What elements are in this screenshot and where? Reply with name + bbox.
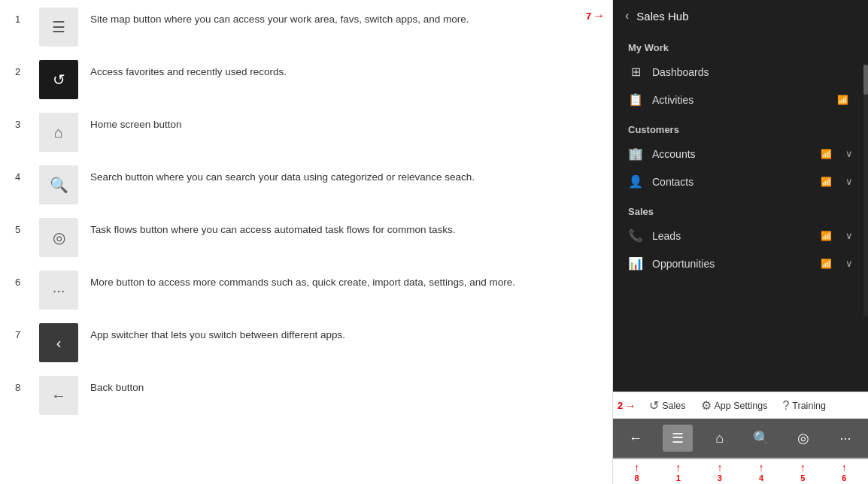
more-icon: ··· xyxy=(840,431,851,446)
tab-label-training: Training xyxy=(792,401,826,411)
nav-label-leads: Leads xyxy=(652,230,812,242)
nav-item-accounts[interactable]: 🏢 Accounts 📶 ∨ xyxy=(613,140,868,168)
toolbar-back-button[interactable]: ← xyxy=(621,425,651,452)
up-arrow-5: ↑ xyxy=(800,461,806,473)
item-icon[interactable]: ← xyxy=(39,376,78,415)
toolbar-more-button[interactable]: ··· xyxy=(830,425,860,452)
list-item: 6···More button to access more commands … xyxy=(15,271,597,310)
item-number: 7 xyxy=(15,329,27,340)
accounts-wifi-icon: 📶 xyxy=(821,149,832,159)
arrow-indicator-6: ↑ 6 xyxy=(829,461,859,482)
toolbar-bar: ← ☰ ⌂ 🔍 ◎ ··· xyxy=(613,419,868,458)
item-icon[interactable]: 🔍 xyxy=(39,165,78,204)
up-arrow-4: ↑ xyxy=(759,461,764,473)
search-icon: 🔍 xyxy=(753,430,769,446)
activities-wifi-icon: 📶 xyxy=(837,95,848,105)
arrow-label-2: 2 xyxy=(618,400,623,411)
arrow-indicator-4: ↑ 4 xyxy=(746,461,776,482)
item-number: 1 xyxy=(15,14,27,25)
dashboards-icon: ⊞ xyxy=(628,65,643,79)
tab-app-settings[interactable]: ⚙ App Settings xyxy=(697,395,772,416)
item-description: Site map button where you can access you… xyxy=(90,8,469,27)
list-item: 8←Back button xyxy=(15,376,597,415)
toolbar-search-button[interactable]: 🔍 xyxy=(746,425,776,452)
opportunities-wifi-icon: 📶 xyxy=(821,259,832,269)
toolbar-home-button[interactable]: ⌂ xyxy=(705,425,735,452)
nav-item-dashboards[interactable]: ⊞ Dashboards xyxy=(613,58,868,86)
section-header-my-work: My Work xyxy=(613,32,868,58)
list-item: 4🔍Search button where you can search you… xyxy=(15,165,597,204)
item-description: Back button xyxy=(90,376,144,395)
toolbar-taskflow-button[interactable]: ◎ xyxy=(788,425,818,452)
activities-icon: 📋 xyxy=(628,92,643,107)
accounts-chevron-icon: ∨ xyxy=(845,148,853,159)
back-chevron-icon[interactable]: ‹ xyxy=(625,9,629,23)
taskflow-icon: ◎ xyxy=(797,430,809,446)
section-header-customers: Customers xyxy=(613,113,868,140)
num-8: 8 xyxy=(635,473,639,482)
up-arrow-3: ↑ xyxy=(717,461,722,473)
leads-icon: 📞 xyxy=(628,228,643,243)
sales-hub-header: 7 → ‹ Sales Hub xyxy=(613,0,868,32)
nav-label-opportunities: Opportunities xyxy=(652,258,812,270)
item-description: Home screen button xyxy=(90,113,182,132)
nav-label-accounts: Accounts xyxy=(652,148,812,160)
sales-tab-icon: ↺ xyxy=(649,398,659,413)
up-arrow-8: ↑ xyxy=(634,461,639,473)
right-panel: 7 → ‹ Sales Hub My Work ⊞ Dashboards 📋 A… xyxy=(612,0,868,484)
section-header-sales: Sales xyxy=(613,195,868,222)
home-icon: ⌂ xyxy=(715,431,724,446)
num-5: 5 xyxy=(800,473,805,482)
nav-label-contacts: Contacts xyxy=(652,176,812,188)
left-panel: 1☰Site map button where you can access y… xyxy=(0,0,612,484)
item-number: 5 xyxy=(15,224,27,235)
red-arrow-2: → xyxy=(624,399,636,412)
item-number: 3 xyxy=(15,119,27,130)
item-description: App switcher that lets you switch betwee… xyxy=(90,323,345,343)
item-icon[interactable]: ⌂ xyxy=(39,113,78,152)
list-item: 7‹App switcher that lets you switch betw… xyxy=(15,323,597,362)
num-1: 1 xyxy=(676,473,681,482)
nav-label-dashboards: Dashboards xyxy=(652,66,853,78)
list-item: 5◎Task flows button where you can access… xyxy=(15,218,597,257)
list-item: 3⌂Home screen button xyxy=(15,113,597,152)
back-icon: ← xyxy=(629,431,642,446)
item-description: Access favorites and recently used recor… xyxy=(90,60,287,80)
item-number: 6 xyxy=(15,277,27,288)
item-icon[interactable]: ☰ xyxy=(39,8,78,47)
item-description: Task flows button where you can access a… xyxy=(90,218,455,237)
contacts-wifi-icon: 📶 xyxy=(821,177,832,187)
bottom-tabs-bar: 2 → ↺ Sales ⚙ App Settings ? Training xyxy=(613,392,868,419)
nav-item-contacts[interactable]: 👤 Contacts 📶 ∨ xyxy=(613,168,868,195)
nav-item-opportunities[interactable]: 📊 Opportunities 📶 ∨ xyxy=(613,250,868,277)
leads-chevron-icon: ∨ xyxy=(845,230,853,241)
list-item: 2↺Access favorites and recently used rec… xyxy=(15,60,597,99)
item-icon[interactable]: ‹ xyxy=(39,323,78,362)
item-icon[interactable]: ↺ xyxy=(39,60,78,99)
sitemap-icon: ☰ xyxy=(672,430,684,446)
tab-sales[interactable]: ↺ Sales xyxy=(645,395,690,416)
item-number: 8 xyxy=(15,382,27,393)
arrow-label-7: 7 xyxy=(586,11,591,22)
arrow-indicator-8: ↑ 8 xyxy=(622,461,652,482)
num-4: 4 xyxy=(759,473,763,482)
item-icon[interactable]: ··· xyxy=(39,271,78,310)
training-tab-icon: ? xyxy=(782,399,789,413)
arrow-indicator-1: ↑ 1 xyxy=(663,461,693,482)
list-item: 1☰Site map button where you can access y… xyxy=(15,8,597,47)
opportunities-chevron-icon: ∨ xyxy=(845,258,853,269)
accounts-icon: 🏢 xyxy=(628,147,643,161)
sales-hub-title: Sales Hub xyxy=(636,10,688,23)
nav-item-activities[interactable]: 📋 Activities 📶 xyxy=(613,86,868,113)
nav-label-activities: Activities xyxy=(652,94,828,106)
arrow-indicator-3: ↑ 3 xyxy=(705,461,735,482)
item-number: 4 xyxy=(15,171,27,183)
tab-training[interactable]: ? Training xyxy=(778,396,830,416)
nav-item-leads[interactable]: 📞 Leads 📶 ∨ xyxy=(613,222,868,250)
toolbar-sitemap-button[interactable]: ☰ xyxy=(663,425,693,452)
item-icon[interactable]: ◎ xyxy=(39,218,78,257)
item-description: Search button where you can search your … xyxy=(90,165,475,185)
num-6: 6 xyxy=(842,473,846,482)
settings-tab-icon: ⚙ xyxy=(701,398,712,413)
num-3: 3 xyxy=(718,473,722,482)
